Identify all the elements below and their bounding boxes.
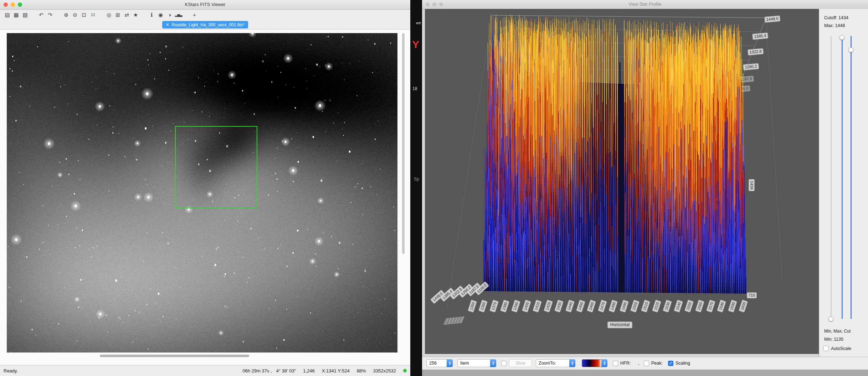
- histogram-icon[interactable]: ▂▅▃: [174, 10, 183, 20]
- save-as-icon[interactable]: ▧: [21, 10, 30, 20]
- zoom-window-button[interactable]: [439, 2, 443, 6]
- grid-overlay-icon[interactable]: ⊞: [113, 10, 122, 20]
- tab-label: Rosette_Light_Ha_300_secs_001.fits*: [172, 22, 245, 27]
- background-fragment: we: [416, 21, 421, 25]
- star-profile-3d-view: 1448.01385.41322.81260.21197.61135.0 Hor…: [425, 9, 819, 354]
- hfr-peak-separator: ,: [638, 359, 639, 367]
- zoom-to-value: ZoomTo:: [536, 359, 569, 367]
- status-bar: Ready. 06h 29m 37s , 4° 38' 03" 1,246 X:…: [0, 365, 410, 376]
- undo-icon[interactable]: ↶: [37, 10, 46, 20]
- status-cursor-xy: X:1341 Y:524: [322, 368, 350, 374]
- status-indicator-dot: [403, 369, 407, 372]
- slice-enable-checkbox[interactable]: [501, 359, 507, 367]
- hfr-checkbox-box[interactable]: [613, 361, 618, 366]
- zoom-out-icon[interactable]: ⊖: [71, 10, 79, 20]
- max-slider-thumb[interactable]: [839, 35, 844, 40]
- dropdown-stepper-icon[interactable]: [490, 359, 496, 367]
- center-telescope-icon[interactable]: ◎: [104, 10, 113, 20]
- tab-close-icon[interactable]: ✕: [166, 21, 169, 28]
- horizontal-scrollbar[interactable]: [100, 355, 249, 357]
- zoom-fit-icon[interactable]: ⊡: [79, 10, 88, 20]
- close-window-button[interactable]: [4, 2, 8, 7]
- hfr-label: HFR:: [620, 361, 631, 366]
- colormap-gradient-swatch: [582, 359, 601, 367]
- tab-rosette-fits[interactable]: ✕ Rosette_Light_Ha_300_secs_001.fits*: [162, 21, 248, 28]
- hfr-checkbox[interactable]: HFR:: [613, 359, 631, 367]
- window-controls: [4, 2, 22, 7]
- peak-label: Peak:: [651, 361, 663, 366]
- autoscale-checkbox-box[interactable]: [823, 346, 829, 351]
- dropdown-stepper-icon[interactable]: [569, 359, 575, 367]
- slider-caption: Min, Max, Cut: [824, 329, 851, 334]
- background-fragment: Y: [412, 38, 419, 51]
- cutoff-slider-track[interactable]: [851, 36, 852, 319]
- window-title: View Star Profile: [628, 2, 661, 7]
- sample-size-spinner[interactable]: 256: [426, 359, 453, 367]
- status-resolution: 3352x2532: [373, 368, 396, 374]
- status-ra: 06h 29m 37s ,: [242, 368, 272, 374]
- star-profile-3d-canvas[interactable]: [425, 9, 819, 354]
- dropdown-stepper-icon[interactable]: [601, 359, 607, 367]
- window-controls: [426, 2, 443, 6]
- slice-button[interactable]: Slice: [509, 359, 532, 367]
- star-profile-toolbar: 256 Item Slice ZoomTo: HFR:: [422, 357, 868, 370]
- item-dropdown[interactable]: Item: [457, 359, 496, 367]
- min-slider-track[interactable]: [831, 36, 832, 319]
- fits-image-area: [0, 30, 410, 365]
- cutoff-slider-thumb[interactable]: [848, 47, 853, 52]
- flip-icon[interactable]: ⇄: [122, 10, 131, 20]
- slice-enable-checkbox-box[interactable]: [501, 361, 507, 366]
- sample-size-value: 256: [426, 359, 447, 367]
- colormap-dropdown[interactable]: [582, 359, 607, 367]
- open-file-icon[interactable]: ▤: [3, 10, 12, 20]
- screen: KStars FITS Viewer ▤▦▧↶↷⊕⊖⊡1:1◎⊞⇄★ℹ◉◑▂▅▃…: [0, 0, 868, 376]
- status-zoom: 88%: [357, 368, 366, 374]
- contrast-stretch-icon[interactable]: ◑: [165, 10, 174, 20]
- autoscale-label: AutoScale: [831, 346, 851, 351]
- zoom-actual-icon[interactable]: 1:1: [88, 10, 97, 20]
- fits-toolbar: ▤▦▧↶↷⊕⊖⊡1:1◎⊞⇄★ℹ◉◑▂▅▃+: [0, 10, 410, 20]
- tab-bar: ✕ Rosette_Light_Ha_300_secs_001.fits*: [0, 20, 410, 30]
- spinner-stepper-icon[interactable]: [447, 359, 453, 367]
- pan-icon[interactable]: +: [190, 10, 199, 20]
- peak-checkbox-box[interactable]: [644, 361, 649, 366]
- status-coordinates: 06h 29m 37s , 4° 38' 03": [242, 368, 296, 374]
- redo-icon[interactable]: ↷: [46, 10, 55, 20]
- min-readout: Min: 1135: [824, 337, 843, 342]
- close-window-button[interactable]: [426, 2, 430, 6]
- min-slider-thumb[interactable]: [828, 317, 833, 322]
- item-dropdown-value: Item: [457, 359, 490, 367]
- save-file-icon[interactable]: ▦: [12, 10, 21, 20]
- autoscale-checkbox[interactable]: AutoScale: [823, 346, 851, 351]
- window-title: KStars FITS Viewer: [185, 2, 226, 7]
- scaling-label: Scaling: [676, 361, 690, 366]
- scale-side-panel: Cutoff: 1434 Max: 1448 Min, Max, Cut Min…: [819, 9, 868, 357]
- status-dec: 4° 38' 03": [276, 368, 296, 374]
- window-bottom-edge: [422, 370, 868, 376]
- background-fragment: 18: [412, 86, 417, 91]
- status-ready: Ready.: [4, 368, 18, 374]
- minimize-window-button[interactable]: [432, 2, 436, 6]
- scaling-checkbox-box[interactable]: [668, 361, 673, 366]
- mark-stars-icon[interactable]: ★: [131, 10, 140, 20]
- scaling-checkbox[interactable]: Scaling: [668, 359, 690, 367]
- peak-checkbox[interactable]: Peak:: [644, 359, 663, 367]
- zoom-in-icon[interactable]: ⊕: [62, 10, 71, 20]
- zoom-window-button[interactable]: [18, 2, 22, 7]
- max-readout: Max: 1448: [824, 23, 845, 28]
- cutoff-readout: Cutoff: 1434: [824, 15, 848, 20]
- fits-viewer-titlebar[interactable]: KStars FITS Viewer: [0, 0, 410, 10]
- star-profile-titlebar[interactable]: View Star Profile: [422, 0, 868, 9]
- max-slider-track[interactable]: [842, 36, 843, 319]
- desktop-gap: we Y 18 Sp: [410, 0, 422, 376]
- zoom-to-dropdown[interactable]: ZoomTo:: [536, 359, 575, 367]
- view-star-profile-window: View Star Profile 1448.01385.41322.81260…: [422, 0, 868, 376]
- vertical-scrollbar[interactable]: [402, 33, 405, 254]
- info-icon[interactable]: ℹ: [147, 10, 156, 20]
- tracking-box: [175, 126, 257, 208]
- background-fragment: Sp: [414, 177, 419, 182]
- kstars-fits-viewer-window: KStars FITS Viewer ▤▦▧↶↷⊕⊖⊡1:1◎⊞⇄★ℹ◉◑▂▅▃…: [0, 0, 410, 376]
- crosshair-icon[interactable]: ◉: [156, 10, 165, 20]
- minimize-window-button[interactable]: [11, 2, 15, 7]
- status-pixel-value: 1,246: [303, 368, 315, 374]
